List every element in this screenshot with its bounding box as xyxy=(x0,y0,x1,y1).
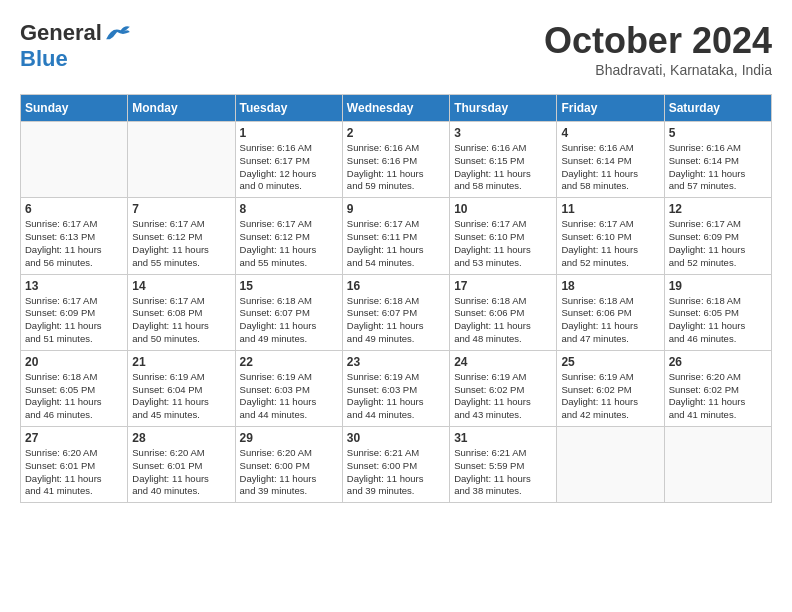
day-number: 7 xyxy=(132,202,230,216)
calendar-week-row: 27Sunrise: 6:20 AM Sunset: 6:01 PM Dayli… xyxy=(21,427,772,503)
day-info: Sunrise: 6:17 AM Sunset: 6:11 PM Dayligh… xyxy=(347,218,445,269)
calendar-week-row: 13Sunrise: 6:17 AM Sunset: 6:09 PM Dayli… xyxy=(21,274,772,350)
location-text: Bhadravati, Karnataka, India xyxy=(544,62,772,78)
day-info: Sunrise: 6:17 AM Sunset: 6:13 PM Dayligh… xyxy=(25,218,123,269)
day-info: Sunrise: 6:19 AM Sunset: 6:03 PM Dayligh… xyxy=(347,371,445,422)
day-number: 30 xyxy=(347,431,445,445)
calendar-cell: 25Sunrise: 6:19 AM Sunset: 6:02 PM Dayli… xyxy=(557,350,664,426)
calendar-cell: 5Sunrise: 6:16 AM Sunset: 6:14 PM Daylig… xyxy=(664,122,771,198)
logo: General Blue xyxy=(20,20,132,72)
day-number: 1 xyxy=(240,126,338,140)
calendar-cell: 11Sunrise: 6:17 AM Sunset: 6:10 PM Dayli… xyxy=(557,198,664,274)
calendar-cell: 3Sunrise: 6:16 AM Sunset: 6:15 PM Daylig… xyxy=(450,122,557,198)
month-title: October 2024 xyxy=(544,20,772,62)
calendar-cell: 28Sunrise: 6:20 AM Sunset: 6:01 PM Dayli… xyxy=(128,427,235,503)
day-info: Sunrise: 6:21 AM Sunset: 5:59 PM Dayligh… xyxy=(454,447,552,498)
calendar-cell: 18Sunrise: 6:18 AM Sunset: 6:06 PM Dayli… xyxy=(557,274,664,350)
day-info: Sunrise: 6:21 AM Sunset: 6:00 PM Dayligh… xyxy=(347,447,445,498)
calendar-cell: 12Sunrise: 6:17 AM Sunset: 6:09 PM Dayli… xyxy=(664,198,771,274)
day-info: Sunrise: 6:16 AM Sunset: 6:14 PM Dayligh… xyxy=(669,142,767,193)
day-number: 31 xyxy=(454,431,552,445)
calendar-cell: 26Sunrise: 6:20 AM Sunset: 6:02 PM Dayli… xyxy=(664,350,771,426)
calendar-header-tuesday: Tuesday xyxy=(235,95,342,122)
calendar-cell: 13Sunrise: 6:17 AM Sunset: 6:09 PM Dayli… xyxy=(21,274,128,350)
day-number: 12 xyxy=(669,202,767,216)
day-number: 29 xyxy=(240,431,338,445)
calendar-cell: 21Sunrise: 6:19 AM Sunset: 6:04 PM Dayli… xyxy=(128,350,235,426)
day-info: Sunrise: 6:17 AM Sunset: 6:08 PM Dayligh… xyxy=(132,295,230,346)
calendar-cell: 30Sunrise: 6:21 AM Sunset: 6:00 PM Dayli… xyxy=(342,427,449,503)
logo-bird-icon xyxy=(104,23,132,43)
calendar-cell xyxy=(128,122,235,198)
calendar-table: SundayMondayTuesdayWednesdayThursdayFrid… xyxy=(20,94,772,503)
day-number: 6 xyxy=(25,202,123,216)
day-number: 8 xyxy=(240,202,338,216)
day-number: 4 xyxy=(561,126,659,140)
calendar-cell: 9Sunrise: 6:17 AM Sunset: 6:11 PM Daylig… xyxy=(342,198,449,274)
calendar-header-row: SundayMondayTuesdayWednesdayThursdayFrid… xyxy=(21,95,772,122)
calendar-header-sunday: Sunday xyxy=(21,95,128,122)
calendar-week-row: 20Sunrise: 6:18 AM Sunset: 6:05 PM Dayli… xyxy=(21,350,772,426)
calendar-cell xyxy=(557,427,664,503)
day-info: Sunrise: 6:18 AM Sunset: 6:06 PM Dayligh… xyxy=(561,295,659,346)
calendar-cell: 14Sunrise: 6:17 AM Sunset: 6:08 PM Dayli… xyxy=(128,274,235,350)
day-info: Sunrise: 6:17 AM Sunset: 6:10 PM Dayligh… xyxy=(454,218,552,269)
day-number: 9 xyxy=(347,202,445,216)
calendar-cell: 6Sunrise: 6:17 AM Sunset: 6:13 PM Daylig… xyxy=(21,198,128,274)
day-info: Sunrise: 6:16 AM Sunset: 6:14 PM Dayligh… xyxy=(561,142,659,193)
day-number: 21 xyxy=(132,355,230,369)
day-number: 15 xyxy=(240,279,338,293)
day-number: 3 xyxy=(454,126,552,140)
calendar-cell: 24Sunrise: 6:19 AM Sunset: 6:02 PM Dayli… xyxy=(450,350,557,426)
day-info: Sunrise: 6:19 AM Sunset: 6:03 PM Dayligh… xyxy=(240,371,338,422)
day-number: 20 xyxy=(25,355,123,369)
day-info: Sunrise: 6:16 AM Sunset: 6:15 PM Dayligh… xyxy=(454,142,552,193)
day-info: Sunrise: 6:18 AM Sunset: 6:06 PM Dayligh… xyxy=(454,295,552,346)
day-info: Sunrise: 6:16 AM Sunset: 6:16 PM Dayligh… xyxy=(347,142,445,193)
calendar-cell: 31Sunrise: 6:21 AM Sunset: 5:59 PM Dayli… xyxy=(450,427,557,503)
day-number: 28 xyxy=(132,431,230,445)
calendar-cell: 27Sunrise: 6:20 AM Sunset: 6:01 PM Dayli… xyxy=(21,427,128,503)
day-info: Sunrise: 6:20 AM Sunset: 6:01 PM Dayligh… xyxy=(25,447,123,498)
calendar-week-row: 6Sunrise: 6:17 AM Sunset: 6:13 PM Daylig… xyxy=(21,198,772,274)
calendar-header-thursday: Thursday xyxy=(450,95,557,122)
calendar-cell: 29Sunrise: 6:20 AM Sunset: 6:00 PM Dayli… xyxy=(235,427,342,503)
calendar-cell: 8Sunrise: 6:17 AM Sunset: 6:12 PM Daylig… xyxy=(235,198,342,274)
day-info: Sunrise: 6:19 AM Sunset: 6:02 PM Dayligh… xyxy=(561,371,659,422)
day-number: 16 xyxy=(347,279,445,293)
calendar-header-friday: Friday xyxy=(557,95,664,122)
calendar-cell: 17Sunrise: 6:18 AM Sunset: 6:06 PM Dayli… xyxy=(450,274,557,350)
day-number: 26 xyxy=(669,355,767,369)
calendar-cell: 15Sunrise: 6:18 AM Sunset: 6:07 PM Dayli… xyxy=(235,274,342,350)
day-info: Sunrise: 6:19 AM Sunset: 6:04 PM Dayligh… xyxy=(132,371,230,422)
calendar-cell xyxy=(664,427,771,503)
day-number: 14 xyxy=(132,279,230,293)
day-info: Sunrise: 6:20 AM Sunset: 6:02 PM Dayligh… xyxy=(669,371,767,422)
calendar-cell: 16Sunrise: 6:18 AM Sunset: 6:07 PM Dayli… xyxy=(342,274,449,350)
day-info: Sunrise: 6:18 AM Sunset: 6:07 PM Dayligh… xyxy=(347,295,445,346)
day-info: Sunrise: 6:19 AM Sunset: 6:02 PM Dayligh… xyxy=(454,371,552,422)
calendar-cell: 19Sunrise: 6:18 AM Sunset: 6:05 PM Dayli… xyxy=(664,274,771,350)
day-number: 2 xyxy=(347,126,445,140)
day-number: 17 xyxy=(454,279,552,293)
day-info: Sunrise: 6:20 AM Sunset: 6:00 PM Dayligh… xyxy=(240,447,338,498)
day-info: Sunrise: 6:17 AM Sunset: 6:09 PM Dayligh… xyxy=(25,295,123,346)
day-info: Sunrise: 6:18 AM Sunset: 6:07 PM Dayligh… xyxy=(240,295,338,346)
calendar-header-monday: Monday xyxy=(128,95,235,122)
page-header: General Blue October 2024 Bhadravati, Ka… xyxy=(20,20,772,78)
day-info: Sunrise: 6:20 AM Sunset: 6:01 PM Dayligh… xyxy=(132,447,230,498)
title-section: October 2024 Bhadravati, Karnataka, Indi… xyxy=(544,20,772,78)
day-info: Sunrise: 6:17 AM Sunset: 6:09 PM Dayligh… xyxy=(669,218,767,269)
calendar-cell: 2Sunrise: 6:16 AM Sunset: 6:16 PM Daylig… xyxy=(342,122,449,198)
day-number: 27 xyxy=(25,431,123,445)
day-info: Sunrise: 6:18 AM Sunset: 6:05 PM Dayligh… xyxy=(669,295,767,346)
calendar-cell: 20Sunrise: 6:18 AM Sunset: 6:05 PM Dayli… xyxy=(21,350,128,426)
calendar-cell: 10Sunrise: 6:17 AM Sunset: 6:10 PM Dayli… xyxy=(450,198,557,274)
calendar-cell: 23Sunrise: 6:19 AM Sunset: 6:03 PM Dayli… xyxy=(342,350,449,426)
calendar-week-row: 1Sunrise: 6:16 AM Sunset: 6:17 PM Daylig… xyxy=(21,122,772,198)
day-number: 24 xyxy=(454,355,552,369)
day-number: 25 xyxy=(561,355,659,369)
logo-blue-text: Blue xyxy=(20,46,68,72)
day-info: Sunrise: 6:17 AM Sunset: 6:10 PM Dayligh… xyxy=(561,218,659,269)
calendar-header-saturday: Saturday xyxy=(664,95,771,122)
